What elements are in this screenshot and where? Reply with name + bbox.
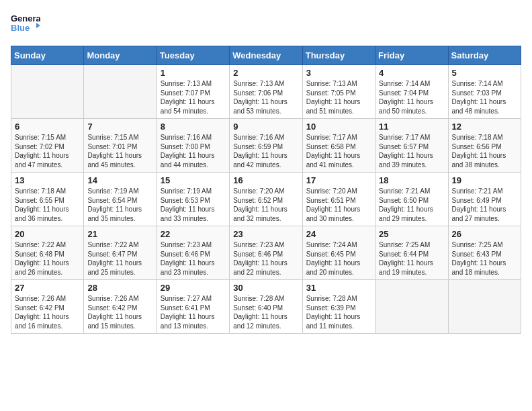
day-number: 20 xyxy=(15,229,80,239)
day-info: Sunrise: 7:23 AM Sunset: 6:46 PM Dayligh… xyxy=(233,240,298,277)
logo-svg: General Blue xyxy=(11,11,40,40)
day-number: 15 xyxy=(161,175,226,185)
day-number: 5 xyxy=(452,68,517,78)
day-cell: 23Sunrise: 7:23 AM Sunset: 6:46 PM Dayli… xyxy=(230,226,302,280)
day-cell: 18Sunrise: 7:21 AM Sunset: 6:50 PM Dayli… xyxy=(375,173,448,226)
day-cell: 24Sunrise: 7:24 AM Sunset: 6:45 PM Dayli… xyxy=(302,226,375,280)
day-number: 14 xyxy=(87,175,152,185)
day-number: 22 xyxy=(161,229,226,239)
day-number: 31 xyxy=(306,283,371,293)
day-info: Sunrise: 7:25 AM Sunset: 6:43 PM Dayligh… xyxy=(452,240,517,277)
day-number: 13 xyxy=(15,175,80,185)
day-cell xyxy=(84,65,157,119)
day-info: Sunrise: 7:16 AM Sunset: 6:59 PM Dayligh… xyxy=(233,133,298,169)
day-cell: 21Sunrise: 7:22 AM Sunset: 6:47 PM Dayli… xyxy=(84,226,157,280)
day-number: 8 xyxy=(161,122,226,132)
day-number: 24 xyxy=(306,229,371,239)
header-friday: Friday xyxy=(375,46,448,65)
day-info: Sunrise: 7:17 AM Sunset: 6:57 PM Dayligh… xyxy=(379,133,444,169)
day-info: Sunrise: 7:14 AM Sunset: 7:04 PM Dayligh… xyxy=(379,79,444,116)
day-number: 30 xyxy=(233,283,298,293)
day-cell xyxy=(448,280,521,334)
day-cell: 2Sunrise: 7:13 AM Sunset: 7:06 PM Daylig… xyxy=(230,65,302,119)
day-number: 28 xyxy=(87,283,152,293)
day-info: Sunrise: 7:21 AM Sunset: 6:49 PM Dayligh… xyxy=(452,187,517,223)
day-cell: 28Sunrise: 7:26 AM Sunset: 6:42 PM Dayli… xyxy=(84,280,157,334)
day-info: Sunrise: 7:24 AM Sunset: 6:45 PM Dayligh… xyxy=(306,240,371,277)
day-info: Sunrise: 7:19 AM Sunset: 6:53 PM Dayligh… xyxy=(161,187,226,223)
week-row-2: 6Sunrise: 7:15 AM Sunset: 7:02 PM Daylig… xyxy=(11,119,521,173)
day-cell xyxy=(11,65,84,119)
day-cell: 29Sunrise: 7:27 AM Sunset: 6:41 PM Dayli… xyxy=(157,280,229,334)
week-row-1: 1Sunrise: 7:13 AM Sunset: 7:07 PM Daylig… xyxy=(11,65,521,119)
day-number: 12 xyxy=(452,122,517,132)
day-info: Sunrise: 7:19 AM Sunset: 6:54 PM Dayligh… xyxy=(87,187,152,223)
day-cell: 19Sunrise: 7:21 AM Sunset: 6:49 PM Dayli… xyxy=(448,173,521,226)
svg-text:Blue: Blue xyxy=(11,23,30,33)
day-cell: 10Sunrise: 7:17 AM Sunset: 6:58 PM Dayli… xyxy=(302,119,375,173)
day-cell: 31Sunrise: 7:28 AM Sunset: 6:39 PM Dayli… xyxy=(302,280,375,334)
week-row-3: 13Sunrise: 7:18 AM Sunset: 6:55 PM Dayli… xyxy=(11,173,521,226)
day-info: Sunrise: 7:23 AM Sunset: 6:46 PM Dayligh… xyxy=(161,240,226,277)
day-info: Sunrise: 7:14 AM Sunset: 7:03 PM Dayligh… xyxy=(452,79,517,116)
logo: General Blue xyxy=(11,11,40,40)
day-cell: 7Sunrise: 7:15 AM Sunset: 7:01 PM Daylig… xyxy=(84,119,157,173)
day-cell: 6Sunrise: 7:15 AM Sunset: 7:02 PM Daylig… xyxy=(11,119,84,173)
header-sunday: Sunday xyxy=(11,46,84,65)
day-number: 4 xyxy=(379,68,444,78)
day-number: 6 xyxy=(15,122,80,132)
day-number: 26 xyxy=(452,229,517,239)
day-number: 3 xyxy=(306,68,371,78)
header-thursday: Thursday xyxy=(302,46,375,65)
day-info: Sunrise: 7:28 AM Sunset: 6:39 PM Dayligh… xyxy=(306,294,371,330)
day-info: Sunrise: 7:22 AM Sunset: 6:48 PM Dayligh… xyxy=(15,240,80,277)
day-cell: 9Sunrise: 7:16 AM Sunset: 6:59 PM Daylig… xyxy=(230,119,302,173)
header-monday: Monday xyxy=(84,46,157,65)
day-number: 2 xyxy=(233,68,298,78)
day-info: Sunrise: 7:15 AM Sunset: 7:01 PM Dayligh… xyxy=(87,133,152,169)
day-number: 27 xyxy=(15,283,80,293)
day-info: Sunrise: 7:28 AM Sunset: 6:40 PM Dayligh… xyxy=(233,294,298,330)
day-number: 10 xyxy=(306,122,371,132)
day-cell: 11Sunrise: 7:17 AM Sunset: 6:57 PM Dayli… xyxy=(375,119,448,173)
day-cell: 30Sunrise: 7:28 AM Sunset: 6:40 PM Dayli… xyxy=(230,280,302,334)
day-number: 11 xyxy=(379,122,444,132)
day-cell: 26Sunrise: 7:25 AM Sunset: 6:43 PM Dayli… xyxy=(448,226,521,280)
day-info: Sunrise: 7:13 AM Sunset: 7:05 PM Dayligh… xyxy=(306,79,371,116)
day-cell: 3Sunrise: 7:13 AM Sunset: 7:05 PM Daylig… xyxy=(302,65,375,119)
day-number: 7 xyxy=(87,122,152,132)
day-cell: 25Sunrise: 7:25 AM Sunset: 6:44 PM Dayli… xyxy=(375,226,448,280)
day-info: Sunrise: 7:18 AM Sunset: 6:55 PM Dayligh… xyxy=(15,187,80,223)
day-cell: 16Sunrise: 7:20 AM Sunset: 6:52 PM Dayli… xyxy=(230,173,302,226)
svg-text:General: General xyxy=(11,13,40,24)
page-header: General Blue xyxy=(11,11,521,40)
day-info: Sunrise: 7:13 AM Sunset: 7:07 PM Dayligh… xyxy=(161,79,226,116)
day-info: Sunrise: 7:18 AM Sunset: 6:56 PM Dayligh… xyxy=(452,133,517,169)
day-info: Sunrise: 7:26 AM Sunset: 6:42 PM Dayligh… xyxy=(87,294,152,330)
day-info: Sunrise: 7:15 AM Sunset: 7:02 PM Dayligh… xyxy=(15,133,80,169)
day-number: 18 xyxy=(379,175,444,185)
day-info: Sunrise: 7:21 AM Sunset: 6:50 PM Dayligh… xyxy=(379,187,444,223)
day-number: 17 xyxy=(306,175,371,185)
header-tuesday: Tuesday xyxy=(157,46,229,65)
calendar-table: SundayMondayTuesdayWednesdayThursdayFrid… xyxy=(11,46,521,334)
day-cell: 17Sunrise: 7:20 AM Sunset: 6:51 PM Dayli… xyxy=(302,173,375,226)
day-number: 23 xyxy=(233,229,298,239)
day-number: 1 xyxy=(161,68,226,78)
day-cell: 8Sunrise: 7:16 AM Sunset: 7:00 PM Daylig… xyxy=(157,119,229,173)
header-row: SundayMondayTuesdayWednesdayThursdayFrid… xyxy=(11,46,521,65)
day-info: Sunrise: 7:20 AM Sunset: 6:51 PM Dayligh… xyxy=(306,187,371,223)
header-saturday: Saturday xyxy=(448,46,521,65)
day-number: 19 xyxy=(452,175,517,185)
day-info: Sunrise: 7:22 AM Sunset: 6:47 PM Dayligh… xyxy=(87,240,152,277)
day-info: Sunrise: 7:17 AM Sunset: 6:58 PM Dayligh… xyxy=(306,133,371,169)
day-cell: 5Sunrise: 7:14 AM Sunset: 7:03 PM Daylig… xyxy=(448,65,521,119)
day-number: 16 xyxy=(233,175,298,185)
day-info: Sunrise: 7:25 AM Sunset: 6:44 PM Dayligh… xyxy=(379,240,444,277)
day-cell: 27Sunrise: 7:26 AM Sunset: 6:42 PM Dayli… xyxy=(11,280,84,334)
day-cell: 22Sunrise: 7:23 AM Sunset: 6:46 PM Dayli… xyxy=(157,226,229,280)
day-cell: 13Sunrise: 7:18 AM Sunset: 6:55 PM Dayli… xyxy=(11,173,84,226)
day-number: 25 xyxy=(379,229,444,239)
day-cell: 12Sunrise: 7:18 AM Sunset: 6:56 PM Dayli… xyxy=(448,119,521,173)
day-info: Sunrise: 7:27 AM Sunset: 6:41 PM Dayligh… xyxy=(161,294,226,330)
